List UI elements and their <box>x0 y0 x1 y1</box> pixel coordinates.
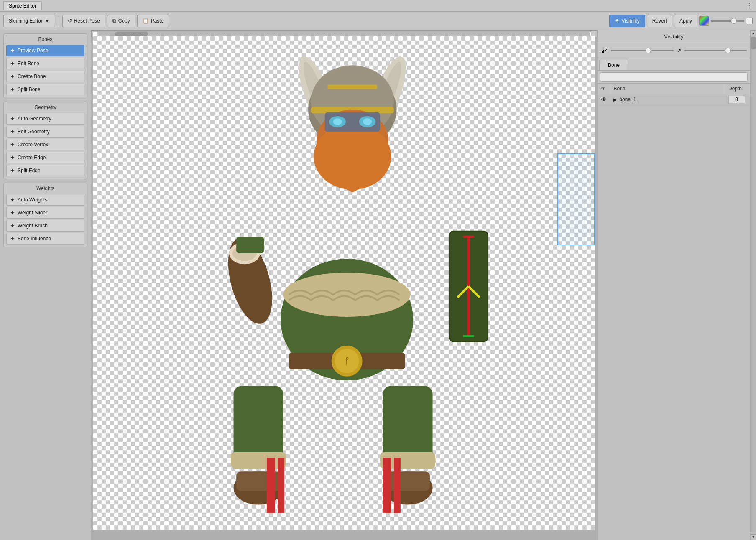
edit-geometry-button[interactable]: ✦ Edit Geometry <box>6 126 84 138</box>
title-tab[interactable]: Sprite Editor <box>3 1 42 10</box>
split-edge-button[interactable]: ✦ Split Edge <box>6 165 84 176</box>
auto-geometry-icon: ✦ <box>10 115 15 122</box>
dropdown-arrow-icon: ▼ <box>45 18 50 24</box>
scroll-thumb[interactable] <box>115 32 148 36</box>
depth-col-header: Depth <box>725 84 750 94</box>
bone-col-header: Bone <box>610 84 725 94</box>
right-scrollbar: ▲ ▼ <box>750 30 756 540</box>
sprite-canvas: ᚠ <box>93 32 595 530</box>
create-vertex-icon: ✦ <box>10 141 15 148</box>
weight-brush-button[interactable]: ✦ Weight Brush <box>6 220 84 232</box>
scroll-track-v[interactable] <box>751 36 756 534</box>
preview-pose-icon: ✦ <box>10 47 15 54</box>
reset-icon: ↺ <box>68 18 72 24</box>
title-bar: Sprite Editor ⋮ <box>0 0 756 12</box>
create-vertex-button[interactable]: ✦ Create Vertex <box>6 139 84 150</box>
svg-rect-31 <box>278 458 284 513</box>
arrow-slider[interactable] <box>684 50 747 51</box>
create-bone-button[interactable]: ✦ Create Bone <box>6 71 84 82</box>
viking-weapon <box>449 231 488 341</box>
arrow-icon-vis: ↗ <box>677 48 681 53</box>
svg-rect-26 <box>234 386 284 463</box>
viking-left-leg <box>231 386 286 513</box>
svg-point-21 <box>284 273 411 317</box>
brush-opacity-slider[interactable] <box>611 50 674 51</box>
viking-head <box>292 53 413 193</box>
bone-name-cell[interactable]: ▶ bone_1 <box>610 94 725 105</box>
viking-torso: ᚠ <box>281 259 413 380</box>
bone-table-header: 👁 Bone Depth <box>598 84 750 94</box>
scroll-thumb-v[interactable] <box>751 37 756 49</box>
eye-icon: 👁 <box>615 18 620 24</box>
reset-pose-button[interactable]: ↺ Reset Pose <box>62 15 105 27</box>
svg-rect-32 <box>383 386 433 463</box>
svg-point-15 <box>363 118 372 125</box>
auto-geometry-button[interactable]: ✦ Auto Geometry <box>6 113 84 125</box>
bones-panel-title: Bones <box>6 36 84 42</box>
visibility-button[interactable]: 👁 Visibility <box>609 15 645 27</box>
bone-tab[interactable]: Bone <box>599 60 628 70</box>
create-bone-icon: ✦ <box>10 73 15 80</box>
brightness-slider-thumb[interactable] <box>731 18 737 24</box>
expand-arrow-icon[interactable]: ▶ <box>613 97 617 102</box>
scroll-up-arrow[interactable]: ▲ <box>751 30 756 36</box>
scroll-track[interactable] <box>98 32 590 36</box>
bone-tab-area: Bone <box>598 58 750 71</box>
arrow-slider-thumb[interactable] <box>725 48 731 53</box>
brightness-slider-container <box>711 20 744 22</box>
color-swatch-icon[interactable] <box>699 16 709 26</box>
weights-panel-title: Weights <box>6 186 84 191</box>
geometry-panel-title: Geometry <box>6 104 84 110</box>
skinning-editor-label: Skinning Editor <box>9 18 43 24</box>
split-bone-button[interactable]: ✦ Split Bone <box>6 84 84 95</box>
search-bar <box>598 71 750 84</box>
copy-icon: ⧉ <box>112 18 116 24</box>
bone-influence-button[interactable]: ✦ Bone Influence <box>6 233 84 245</box>
auto-weights-icon: ✦ <box>10 196 15 203</box>
bone-search-input[interactable] <box>600 72 748 82</box>
auto-weights-button[interactable]: ✦ Auto Weights <box>6 194 84 206</box>
brush-icon: 🖌 <box>601 47 608 54</box>
svg-text:ᚠ: ᚠ <box>344 355 350 367</box>
right-panel-content: Visibility 🖌 ↗ Bone <box>598 30 750 540</box>
depth-cell[interactable] <box>725 94 750 105</box>
edit-bone-button[interactable]: ✦ Edit Bone <box>6 58 84 69</box>
bone-name-label: bone_1 <box>619 97 636 102</box>
bone-table: 👁 Bone Depth 👁 ▶ bone_1 <box>598 84 750 105</box>
revert-button[interactable]: Revert <box>647 15 672 27</box>
skinning-editor-dropdown[interactable]: Skinning Editor ▼ <box>3 15 55 27</box>
weight-slider-button[interactable]: ✦ Weight Slider <box>6 207 84 219</box>
bones-panel: Bones ✦ Preview Pose ✦ Edit Bone ✦ Creat… <box>3 33 87 98</box>
menu-icon[interactable]: ⋮ <box>746 2 753 10</box>
brightness-slider-track[interactable] <box>711 20 744 22</box>
scroll-down-arrow[interactable]: ▼ <box>751 534 756 540</box>
white-square-icon[interactable] <box>746 18 753 24</box>
bone-depth-input[interactable] <box>728 96 745 103</box>
svg-point-14 <box>333 118 342 125</box>
svg-rect-36 <box>383 458 391 513</box>
bone-visibility-icon[interactable]: 👁 <box>601 96 607 103</box>
geometry-panel: Geometry ✦ Auto Geometry ✦ Edit Geometry… <box>3 102 87 179</box>
edit-bone-icon: ✦ <box>10 60 15 67</box>
paste-button[interactable]: 📋 Paste <box>137 15 169 27</box>
right-panel-title: Visibility <box>598 30 750 43</box>
create-edge-button[interactable]: ✦ Create Edge <box>6 152 84 163</box>
copy-button[interactable]: ⧉ Copy <box>107 15 135 27</box>
right-panel: Visibility 🖌 ↗ Bone <box>597 30 756 540</box>
visibility-controls: 🖌 ↗ <box>598 43 750 58</box>
split-bone-icon: ✦ <box>10 86 15 93</box>
canvas-checkerboard[interactable]: ᚠ <box>93 32 595 530</box>
split-edge-icon: ✦ <box>10 167 15 174</box>
brush-opacity-thumb[interactable] <box>645 48 651 53</box>
weight-brush-icon: ✦ <box>10 222 15 229</box>
preview-pose-button[interactable]: ✦ Preview Pose <box>6 45 84 56</box>
main-content: Bones ✦ Preview Pose ✦ Edit Bone ✦ Creat… <box>0 30 756 540</box>
apply-button[interactable]: Apply <box>674 15 697 27</box>
canvas-area[interactable]: ᚠ <box>91 30 597 540</box>
svg-rect-7 <box>327 85 377 89</box>
table-row[interactable]: 👁 ▶ bone_1 <box>598 94 750 105</box>
svg-rect-35 <box>386 471 430 491</box>
bone-table-body: 👁 ▶ bone_1 <box>598 94 750 105</box>
toolbar-separator-1 <box>59 16 59 26</box>
eye-cell[interactable]: 👁 <box>598 94 610 105</box>
